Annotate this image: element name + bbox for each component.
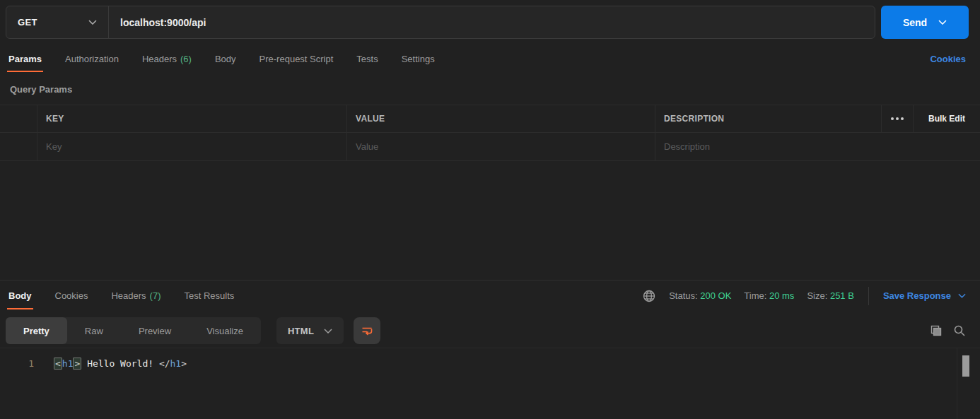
tab-body[interactable]: Body [214,45,238,73]
column-header-value: VALUE [346,105,655,132]
response-tab-cookies[interactable]: Cookies [54,281,90,311]
search-button[interactable] [953,324,966,337]
view-mode-switch: Pretty Raw Preview Visualize [6,317,261,344]
chevron-down-icon [324,329,332,334]
param-description-input[interactable] [664,141,980,152]
meta-divider [868,287,869,305]
send-button[interactable]: Send [881,6,969,39]
cookies-link[interactable]: Cookies [930,45,966,73]
scrollbar-thumb[interactable] [962,355,969,377]
bulk-edit-button[interactable]: Bulk Edit [913,105,980,132]
code-line: 1 <h1> Hello World! </h1> [0,348,980,370]
headers-count-badge: (6) [180,54,192,64]
wrap-lines-icon [361,324,373,337]
request-tabs: Params Authorization Headers(6) Body Pre… [0,45,980,73]
time-badge: Time: 20 ms [744,290,794,301]
query-params-title: Query Params [10,84,72,95]
param-key-input[interactable] [46,141,346,152]
line-number: 1 [0,358,34,370]
network-globe-icon[interactable] [642,289,656,303]
chevron-down-icon[interactable] [938,20,947,25]
method-label: GET [18,17,37,28]
view-raw-button[interactable]: Raw [67,317,121,344]
row-checkbox-cell [0,133,37,160]
code-content: <h1> Hello World! </h1> [54,358,187,370]
bracket-highlight: > [73,358,81,370]
more-options-button[interactable] [881,105,913,132]
scrollbar-track[interactable] [957,348,980,419]
status-badge: Status: 200 OK [669,290,731,301]
view-pretty-button[interactable]: Pretty [6,317,67,344]
checkbox-column-header [0,105,37,132]
response-tab-body[interactable]: Body [7,281,33,311]
toolbar-right [930,324,966,337]
wrap-lines-button[interactable] [354,317,380,344]
bracket-highlight: < [54,358,62,370]
format-label: HTML [288,326,314,336]
format-dropdown[interactable]: HTML [276,317,344,344]
url-input[interactable] [109,6,875,38]
response-body-viewer: 1 <h1> Hello World! </h1> [0,348,980,419]
tab-settings[interactable]: Settings [400,45,436,73]
chevron-down-icon [958,293,966,298]
chevron-down-icon [88,20,97,25]
response-headers-count-badge: (7) [150,290,161,301]
size-badge: Size: 251 B [807,290,854,301]
table-row [0,132,980,161]
response-tab-test-results[interactable]: Test Results [183,281,236,311]
column-header-key: KEY [37,105,346,132]
send-label: Send [903,17,927,28]
column-header-description: DESCRIPTION [655,105,881,132]
request-bar: GET Send [6,6,969,39]
tab-tests[interactable]: Tests [355,45,379,73]
response-header: Body Cookies Headers(7) Test Results Sta… [0,281,980,311]
api-client-window: GET Send Params Authorization Headers(6)… [0,0,980,419]
query-params-table: KEY VALUE DESCRIPTION Bulk Edit [0,105,980,161]
response-meta: Status: 200 OK Time: 20 ms Size: 251 B S… [642,281,966,311]
save-response-button[interactable]: Save Response [883,290,966,301]
url-control: GET [6,6,875,39]
response-tab-headers[interactable]: Headers(7) [110,281,162,311]
view-visualize-button[interactable]: Visualize [189,317,261,344]
method-dropdown[interactable]: GET [6,6,109,38]
tab-pre-request-script[interactable]: Pre-request Script [258,45,335,73]
view-preview-button[interactable]: Preview [121,317,189,344]
more-options-icon [891,117,904,120]
copy-button[interactable] [930,324,943,337]
tab-authorization[interactable]: Authorization [64,45,120,73]
response-toolbar: Pretty Raw Preview Visualize HTML [6,317,966,344]
table-header-row: KEY VALUE DESCRIPTION Bulk Edit [0,105,980,132]
tab-headers[interactable]: Headers(6) [141,45,193,73]
tab-params[interactable]: Params [7,45,43,73]
param-value-input[interactable] [356,141,655,152]
